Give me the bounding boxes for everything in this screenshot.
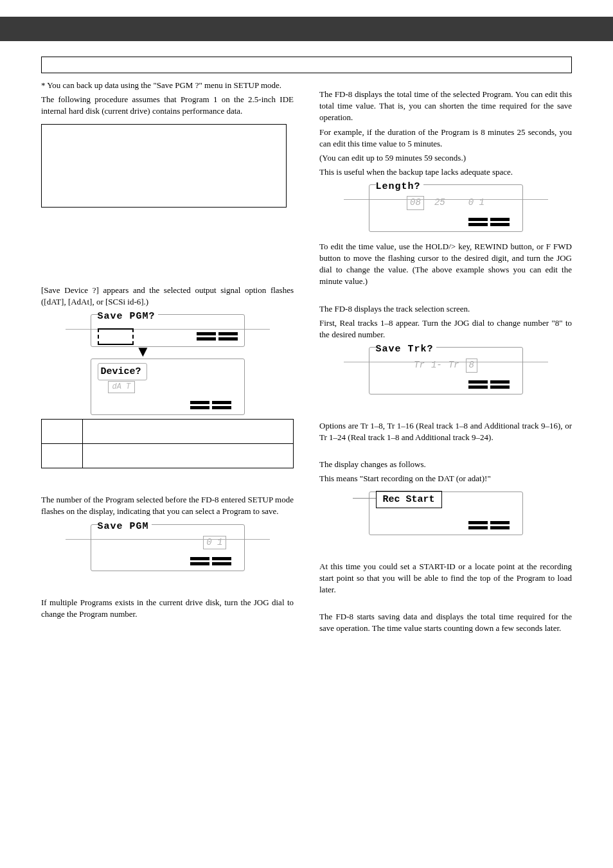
saving-note: The FD-8 starts saving data and displays… <box>319 611 572 634</box>
table-cell <box>83 444 294 468</box>
disp-p2: This means "Start recording on the DAT (… <box>319 473 572 484</box>
lcd-savetrk: Save Trk? Tr 1- Tr 8 <box>369 347 523 394</box>
intro-text-1: * You can back up data using the "Save P… <box>41 80 294 91</box>
table-cell <box>42 444 83 468</box>
lcd-seg-min: 08 <box>407 196 424 210</box>
empty-outline-box <box>41 124 287 208</box>
lcd-title-recstart: Rec Start <box>376 491 442 508</box>
trk-p2: First, Real tracks 1–8 appear. Turn the … <box>319 317 572 341</box>
lcd-title-savepgm2: Save PGM <box>98 520 152 533</box>
lcd-title-length: Length? <box>376 180 423 193</box>
disp-p1: The display changes as follows. <box>319 459 572 470</box>
table-cell <box>83 420 294 444</box>
section-title-box <box>41 57 572 73</box>
lcd-device-label: Device? <box>98 363 147 380</box>
column-right: The FD-8 displays the total time of the … <box>319 80 572 637</box>
setting-table <box>41 419 294 468</box>
header-band <box>0 17 613 41</box>
table-cell <box>42 420 83 444</box>
lcd-device-segment: dA T <box>108 381 136 393</box>
lcd-trk-v3: Tr <box>449 359 459 372</box>
totaltime-p3: (You can edit up to 59 minutes 59 second… <box>319 152 572 164</box>
lcd-title-savetrk: Save Trk? <box>376 342 436 356</box>
totaltime-p1: The FD-8 displays the total time of the … <box>319 89 572 124</box>
lcd-val-sec: 25 <box>434 197 445 209</box>
jog-note: If multiple Programs exists in the curre… <box>41 597 294 620</box>
edit-note: To edit the time value, use the HOLD/> k… <box>319 241 572 288</box>
totaltime-p4: This is useful when the backup tape lack… <box>319 166 572 178</box>
startid-note: At this time you could set a START-ID or… <box>319 561 572 596</box>
totaltime-p2: For example, if the duration of the Prog… <box>319 127 572 150</box>
lcd-trk-v2: 1- <box>431 359 442 372</box>
save-device-note: [Save Device ?] appears and the selected… <box>41 285 294 308</box>
lcd-title-savepgm: Save PGM? <box>98 310 158 323</box>
options-note: Options are Tr 1–8, Tr 1–16 (Real track … <box>319 420 572 443</box>
lcd-val-prog: 0 1 <box>468 197 484 209</box>
intro-text-2: The following procedure assumes that Pro… <box>41 94 294 117</box>
column-left: * You can back up data using the "Save P… <box>41 80 294 637</box>
lcd-trk-seg: 8 <box>466 359 477 373</box>
lcd-savepgm-device: Save PGM? ▼ Device? dA T <box>91 314 245 415</box>
lcd-savepgm: Save PGM 0 1 <box>91 524 245 572</box>
lcd-trk-v1: Tr <box>414 359 425 372</box>
trk-p1: The FD-8 displays the track selection sc… <box>319 303 572 315</box>
lcd-seg-program: 0 1 <box>203 536 226 550</box>
arrow-down-icon: ▼ <box>136 347 245 356</box>
program-note: The number of the Program selected befor… <box>41 494 294 517</box>
lcd-length: Length? 08 25 0 1 <box>369 184 523 232</box>
page-content: * You can back up data using the "Save P… <box>0 80 613 663</box>
lcd-recstart: Rec Start <box>369 492 523 535</box>
